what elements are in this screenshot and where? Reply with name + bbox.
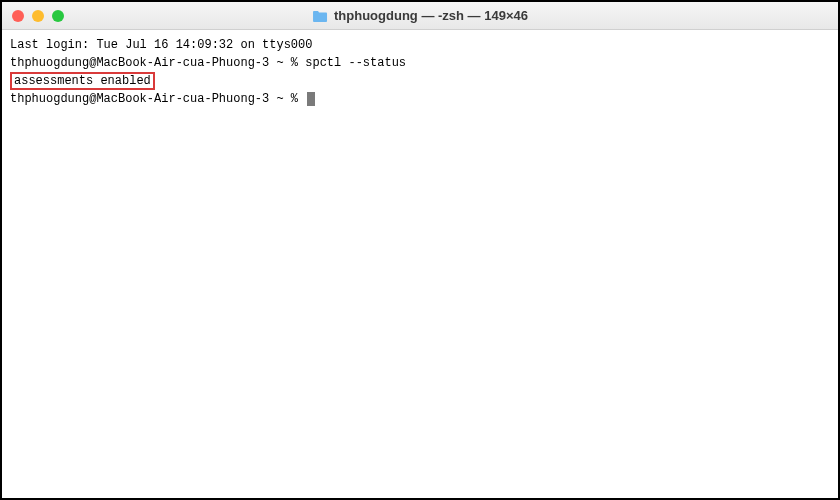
prompt-line-1: thphuogdung@MacBook-Air-cua-Phuong-3 ~ %…: [10, 54, 830, 72]
window-titlebar: thphuogdung — -zsh — 149×46: [2, 2, 838, 30]
output-highlight: assessments enabled: [10, 72, 155, 90]
prompt-line-2: thphuogdung@MacBook-Air-cua-Phuong-3 ~ %: [10, 90, 830, 108]
output-line-1: assessments enabled: [10, 72, 830, 90]
maximize-button[interactable]: [52, 10, 64, 22]
minimize-button[interactable]: [32, 10, 44, 22]
traffic-lights: [12, 10, 64, 22]
window-title-wrapper: thphuogdung — -zsh — 149×46: [312, 8, 528, 23]
folder-icon: [312, 10, 328, 22]
terminal-content[interactable]: Last login: Tue Jul 16 14:09:32 on ttys0…: [2, 30, 838, 498]
window-title: thphuogdung — -zsh — 149×46: [334, 8, 528, 23]
command-1: spctl --status: [305, 56, 406, 70]
cursor: [307, 92, 315, 106]
prompt-1: thphuogdung@MacBook-Air-cua-Phuong-3 ~ %: [10, 56, 305, 70]
last-login-line: Last login: Tue Jul 16 14:09:32 on ttys0…: [10, 36, 830, 54]
close-button[interactable]: [12, 10, 24, 22]
prompt-2: thphuogdung@MacBook-Air-cua-Phuong-3 ~ %: [10, 92, 305, 106]
